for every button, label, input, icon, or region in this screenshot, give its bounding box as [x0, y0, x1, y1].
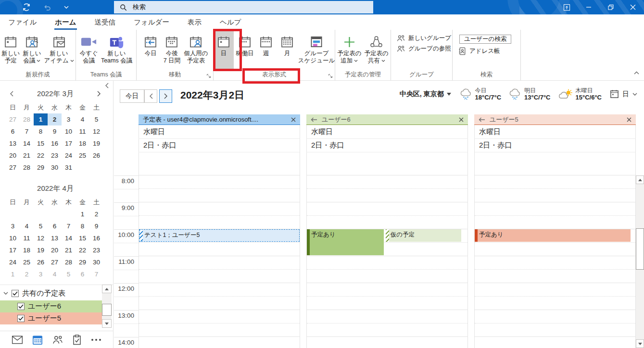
- minical-day[interactable]: 10: [62, 125, 76, 137]
- all-day-area[interactable]: [306, 152, 468, 175]
- minical-day[interactable]: 2: [20, 268, 34, 280]
- shared-calendar-item[interactable]: ユーザー5: [0, 312, 102, 324]
- minical-day[interactable]: 11: [20, 232, 34, 244]
- shared-calendar-item[interactable]: ユーザー6: [0, 300, 102, 312]
- minical-day[interactable]: 11: [76, 125, 89, 137]
- minical-day[interactable]: 27: [48, 256, 62, 268]
- minical-day[interactable]: 4: [48, 268, 62, 280]
- tab-ヘルプ[interactable]: ヘルプ: [218, 15, 243, 29]
- weather-item[interactable]: 今日18°C/7°C: [459, 87, 501, 101]
- minical-day[interactable]: 6: [6, 125, 20, 137]
- ribbon-button[interactable]: 今後7 日間: [162, 31, 182, 70]
- checkbox-checked-icon[interactable]: [17, 315, 25, 322]
- tab-ホーム[interactable]: ホーム: [53, 15, 77, 29]
- minical-day[interactable]: 14: [20, 137, 34, 149]
- minical-day[interactable]: 30: [48, 162, 62, 174]
- ribbon-button[interactable]: グループスケジュール: [298, 31, 335, 70]
- column-time-grid[interactable]: 予定あり: [474, 175, 636, 348]
- all-day-area[interactable]: [474, 152, 636, 175]
- close-calendar-icon[interactable]: [459, 117, 464, 122]
- ribbon-button[interactable]: 今日: [140, 31, 161, 70]
- minical-day[interactable]: 24: [62, 149, 76, 162]
- close-calendar-icon[interactable]: [291, 117, 296, 122]
- ribbon-button[interactable]: 月: [277, 31, 297, 70]
- minical-day[interactable]: 24: [6, 256, 20, 268]
- minical-day[interactable]: 28: [20, 162, 34, 174]
- today-button[interactable]: 今日: [120, 89, 144, 103]
- ribbon-button[interactable]: 予定表の共有: [364, 31, 390, 70]
- calendar-column-header[interactable]: 予定表 - user4@clapmovie.onmicrosoft....: [139, 114, 300, 125]
- weather-location[interactable]: 中央区, 東京都: [400, 90, 451, 99]
- minical-day[interactable]: 2: [89, 208, 103, 220]
- back-arrow-icon[interactable]: [311, 117, 317, 122]
- tab-表示[interactable]: 表示: [186, 15, 203, 29]
- minical-day[interactable]: 7: [62, 220, 76, 232]
- minical-day[interactable]: 22: [34, 149, 48, 162]
- more-apps-icon[interactable]: [91, 338, 101, 341]
- minical-day[interactable]: 13: [6, 137, 20, 149]
- event[interactable]: 予定あり: [475, 229, 631, 242]
- mail-nav-icon[interactable]: [12, 336, 23, 344]
- minical-day[interactable]: 15: [34, 137, 48, 149]
- minical-day[interactable]: 26: [89, 149, 103, 162]
- minical-day[interactable]: 19: [34, 244, 48, 256]
- minical-day[interactable]: 14: [62, 232, 76, 244]
- sidebar-scrollbar[interactable]: [102, 285, 112, 328]
- minical-day[interactable]: 9: [89, 220, 103, 232]
- minical-day[interactable]: 25: [20, 256, 34, 268]
- minical-day[interactable]: 31: [62, 162, 76, 174]
- minical-day[interactable]: 19: [89, 137, 103, 149]
- minical-day[interactable]: 18: [76, 137, 89, 149]
- minical-day[interactable]: 9: [48, 125, 62, 137]
- column-time-grid[interactable]: 予定あり仮の予定: [306, 175, 468, 348]
- minical-day[interactable]: 20: [6, 149, 20, 162]
- undo-icon[interactable]: [43, 3, 51, 12]
- minical-day[interactable]: 13: [48, 232, 62, 244]
- minical-day[interactable]: 20: [48, 244, 62, 256]
- next-day-button[interactable]: [159, 89, 172, 103]
- scroll-down-icon[interactable]: [102, 319, 112, 328]
- minical-day[interactable]: 5: [62, 268, 76, 280]
- minical-day[interactable]: 29: [76, 256, 89, 268]
- collapse-date-navigator-icon[interactable]: [105, 83, 109, 88]
- scroll-up-icon[interactable]: [102, 285, 112, 293]
- calendar-nav-icon[interactable]: [32, 335, 43, 345]
- minical-day[interactable]: 2: [48, 113, 62, 125]
- minical-day[interactable]: 17: [6, 244, 20, 256]
- minical-day[interactable]: 26: [34, 256, 48, 268]
- ribbon-button[interactable]: グループの参照: [397, 45, 451, 52]
- shared-calendars-header[interactable]: 共有の予定表: [0, 286, 114, 300]
- checkbox-checked-icon[interactable]: [17, 303, 25, 310]
- column-time-grid[interactable]: テスト1；ユーザー5: [139, 175, 300, 348]
- minical-day[interactable]: 8: [34, 125, 48, 137]
- minical-day[interactable]: 27: [6, 113, 20, 125]
- view-selector[interactable]: 日: [610, 89, 637, 99]
- previous-day-button[interactable]: [144, 89, 157, 103]
- scroll-up-icon[interactable]: [636, 175, 644, 184]
- ribbon-button[interactable]: 新しいグループ: [397, 35, 451, 42]
- sync-icon[interactable]: [22, 3, 31, 12]
- collapse-ribbon-icon[interactable]: [634, 71, 639, 75]
- tasks-nav-icon[interactable]: [72, 335, 82, 345]
- ribbon-button[interactable]: 新しい会議: [22, 31, 42, 70]
- restore-button[interactable]: [600, 0, 622, 14]
- minical-day[interactable]: 3: [6, 220, 20, 232]
- people-nav-icon[interactable]: [52, 335, 63, 344]
- ribbon-button[interactable]: アドレス帳: [458, 47, 500, 55]
- minical-day[interactable]: 10: [6, 232, 20, 244]
- minical-day[interactable]: 30: [89, 256, 103, 268]
- customize-toolbar-chevron-icon[interactable]: [64, 6, 69, 9]
- ribbon-button[interactable]: 新しいアイテム: [43, 31, 75, 70]
- minical-day[interactable]: 8: [76, 220, 89, 232]
- minical-day[interactable]: 4: [76, 113, 89, 125]
- minical-day[interactable]: 29: [34, 162, 48, 174]
- ribbon-button[interactable]: 予定表の追加: [336, 31, 362, 70]
- tab-ファイル[interactable]: ファイル: [7, 15, 38, 29]
- minical-day[interactable]: 6: [48, 220, 62, 232]
- all-day-area[interactable]: [139, 152, 300, 175]
- minical-day[interactable]: 3: [34, 268, 48, 280]
- minical-day[interactable]: 28: [20, 113, 34, 125]
- minical-day[interactable]: 6: [76, 268, 89, 280]
- minical-day[interactable]: 7: [20, 125, 34, 137]
- chevron-down-icon[interactable]: [3, 292, 8, 295]
